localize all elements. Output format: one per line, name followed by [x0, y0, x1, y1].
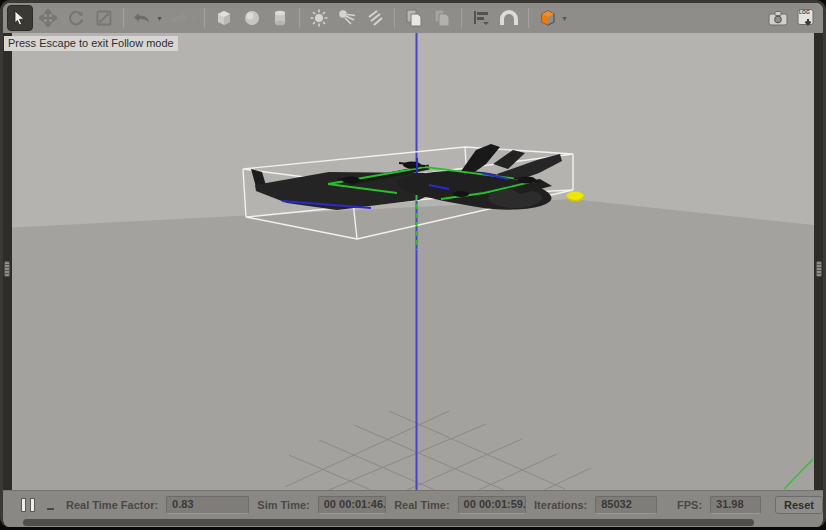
- log-icon-label: LOG: [799, 9, 810, 15]
- undo-dropdown-caret[interactable]: ▼: [156, 15, 163, 22]
- scale-tool-button[interactable]: [91, 5, 117, 31]
- align-bars-icon: [471, 9, 491, 27]
- redo-arrow-icon: [168, 10, 188, 26]
- point-light-button[interactable]: [306, 5, 332, 31]
- toolbar-separator: [299, 8, 300, 28]
- toolbar-separator: [528, 8, 529, 28]
- step-widget[interactable]: [47, 508, 54, 510]
- reset-button[interactable]: Reset: [775, 496, 823, 514]
- render-viewport[interactable]: Press Escape to exit Follow mode: [3, 33, 823, 490]
- box-shape-button[interactable]: [211, 5, 237, 31]
- sim-time-value: 00 00:01:46.290: [318, 496, 386, 514]
- ground-plane: [3, 199, 823, 490]
- paste-button[interactable]: [429, 5, 455, 31]
- orange-cube-icon: [537, 7, 559, 29]
- view-angle-dropdown-caret[interactable]: ▼: [561, 15, 568, 22]
- sun-icon: [309, 8, 329, 28]
- log-record-button[interactable]: LOG: [793, 5, 819, 31]
- translate-tool-button[interactable]: [35, 5, 61, 31]
- toolbar-separator: [461, 8, 462, 28]
- move-arrows-icon: [39, 9, 57, 27]
- left-splitter-handle[interactable]: [4, 261, 10, 277]
- camera-icon: [767, 9, 789, 27]
- pause-icon: [21, 498, 26, 512]
- cube-icon: [214, 8, 234, 28]
- view-angle-button[interactable]: [535, 5, 561, 31]
- follow-mode-hint: Press Escape to exit Follow mode: [4, 36, 178, 51]
- right-splitter-handle[interactable]: [816, 261, 822, 277]
- scale-icon: [95, 9, 113, 27]
- toolbar-separator: [394, 8, 395, 28]
- horizontal-scrollbar[interactable]: [23, 519, 754, 526]
- yellow-marker: [567, 191, 584, 201]
- iterations-value: 85032: [595, 496, 657, 514]
- select-tool-button[interactable]: [7, 5, 33, 31]
- real-time-value: 00 00:01:59.741: [458, 496, 526, 514]
- log-icon: LOG: [796, 8, 816, 28]
- fps-label: FPS:: [677, 499, 702, 511]
- toolbar-separator: [123, 8, 124, 28]
- gazebo-window: ▼ ▼: [0, 0, 826, 527]
- sim-time-label: Sim Time:: [257, 499, 309, 511]
- rotate-tool-button[interactable]: [63, 5, 89, 31]
- redo-button[interactable]: [165, 5, 191, 31]
- fps-value: 31.98: [710, 496, 761, 514]
- paste-pages-icon: [432, 8, 452, 28]
- undo-arrow-icon: [133, 10, 153, 26]
- iterations-label: Iterations:: [534, 499, 587, 511]
- screenshot-root: ▼ ▼: [0, 0, 826, 530]
- rotate-circle-icon: [67, 9, 85, 27]
- cylinder-shape-button[interactable]: [267, 5, 293, 31]
- align-button[interactable]: [468, 5, 494, 31]
- toolbar-separator: [204, 8, 205, 28]
- snap-button[interactable]: [496, 5, 522, 31]
- spot-light-button[interactable]: [334, 5, 360, 31]
- spot-light-icon: [337, 8, 357, 28]
- bottom-strip: [3, 518, 823, 527]
- real-time-factor-label: Real Time Factor:: [66, 499, 158, 511]
- undo-button[interactable]: [130, 5, 156, 31]
- copy-button[interactable]: [401, 5, 427, 31]
- magnet-icon: [498, 9, 520, 27]
- copy-pages-icon: [404, 8, 424, 28]
- cylinder-icon: [270, 8, 290, 28]
- screenshot-button[interactable]: [765, 5, 791, 31]
- pause-icon: [30, 498, 35, 512]
- main-toolbar: ▼ ▼: [3, 3, 823, 33]
- redo-dropdown-caret[interactable]: ▼: [191, 15, 198, 22]
- real-time-factor-value: 0.83: [166, 496, 249, 514]
- real-time-label: Real Time:: [394, 499, 449, 511]
- directional-light-icon: [365, 8, 385, 28]
- simulation-statusbar: Real Time Factor: 0.83 Sim Time: 00 00:0…: [3, 490, 823, 518]
- pause-button[interactable]: [17, 496, 39, 514]
- directional-light-button[interactable]: [362, 5, 388, 31]
- sphere-shape-button[interactable]: [239, 5, 265, 31]
- sphere-icon: [242, 8, 262, 28]
- scene-canvas: [3, 33, 823, 490]
- arrow-cursor-icon: [12, 10, 28, 26]
